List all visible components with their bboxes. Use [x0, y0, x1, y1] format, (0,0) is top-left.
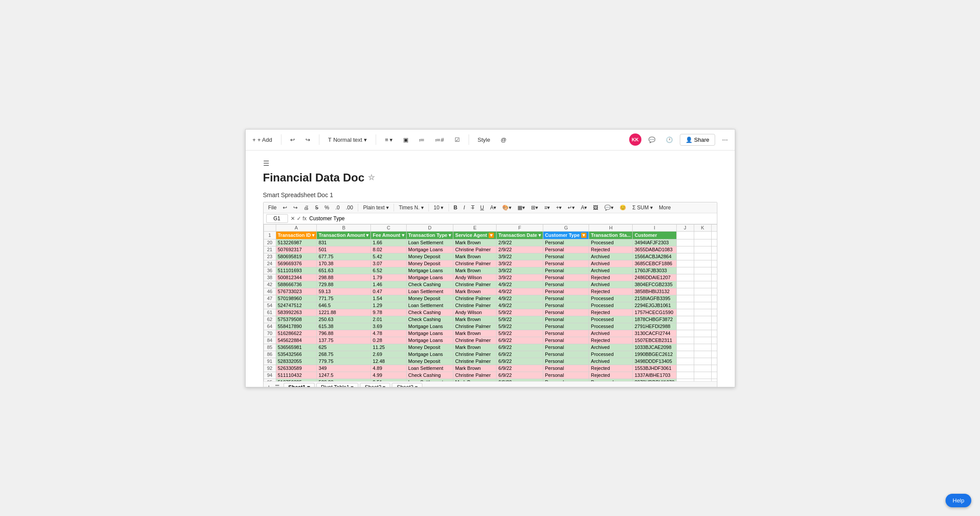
table-cell[interactable]: Processed — [589, 351, 633, 358]
table-cell[interactable]: Mark Brown — [453, 267, 497, 274]
table-cell[interactable]: 570198960 — [276, 295, 317, 302]
table-cell[interactable]: 501 — [317, 246, 371, 253]
ss-sum-button[interactable]: Σ SUM ▾ — [630, 204, 655, 212]
checklist-button[interactable]: ☑ — [451, 135, 463, 145]
table-cell[interactable]: 651.63 — [317, 267, 371, 274]
table-cell[interactable]: 3073HDDBHI1072 — [633, 379, 676, 381]
table-cell[interactable]: 1.29 — [371, 302, 406, 309]
star-icon[interactable]: ☆ — [368, 173, 375, 182]
col-header-k[interactable]: K — [694, 224, 711, 231]
table-cell[interactable]: 5.42 — [371, 253, 406, 260]
ss-undo-button[interactable]: ↩ — [281, 204, 289, 212]
col-header-a[interactable]: A — [276, 224, 317, 231]
table-cell[interactable]: Personal — [543, 267, 589, 274]
table-cell[interactable]: 9.78 — [371, 309, 406, 316]
table-cell[interactable]: 528.38 — [317, 379, 371, 381]
table-cell[interactable]: Personal — [543, 316, 589, 323]
formula-fx-icon[interactable]: fx — [303, 215, 307, 222]
ss-strikethrough-button[interactable]: S̶ — [313, 204, 321, 212]
ss-print-button[interactable]: 🖨 — [302, 204, 311, 212]
grid-container[interactable]: A B C D E F G H I J K L M — [264, 224, 717, 381]
table-cell[interactable]: 558417890 — [276, 323, 317, 330]
table-cell[interactable]: 2/9/22 — [497, 246, 543, 253]
ss-valign-button[interactable]: +▾ — [554, 204, 564, 212]
table-cell[interactable]: Check Cashing — [406, 309, 453, 316]
table-cell[interactable]: 137.75 — [317, 337, 371, 344]
table-cell[interactable]: Personal — [543, 337, 589, 344]
table-cell[interactable]: 2.01 — [371, 316, 406, 323]
table-cell[interactable]: 250.63 — [317, 316, 371, 323]
cell-ref-input[interactable] — [266, 214, 288, 223]
sheet-tab-sheet3[interactable]: Sheet3 ▾ — [392, 383, 422, 387]
table-cell[interactable]: 3/9/22 — [497, 274, 543, 281]
table-cell[interactable]: Personal — [543, 253, 589, 260]
sheet-tab-pivot[interactable]: Pivot Table1 ▾ — [316, 383, 359, 387]
table-cell[interactable]: Mortgage Loans — [406, 337, 453, 344]
table-cell[interactable]: Archived — [589, 281, 633, 288]
table-cell[interactable]: 349 — [317, 365, 371, 372]
table-cell[interactable]: Processed — [589, 316, 633, 323]
ss-comment-button[interactable]: 💬▾ — [602, 204, 616, 212]
add-sheet-button[interactable]: + — [267, 383, 271, 387]
table-cell[interactable]: 545622884 — [276, 337, 317, 344]
table-cell[interactable]: Mortgage Loans — [406, 267, 453, 274]
style-button[interactable]: Style — [474, 135, 494, 145]
table-cell[interactable]: 1990BBGEC2612 — [633, 351, 676, 358]
table-cell[interactable]: 516286622 — [276, 330, 317, 337]
table-cell[interactable]: 6.52 — [371, 267, 406, 274]
table-cell[interactable]: Mortgage Loans — [406, 274, 453, 281]
table-cell[interactable]: Money Deposit — [406, 344, 453, 351]
table-cell[interactable]: 8.02 — [371, 246, 406, 253]
table-cell[interactable]: Check Cashing — [406, 281, 453, 288]
sheet-tab-sheet1[interactable]: Sheet1 ▾ — [284, 383, 315, 387]
table-cell[interactable]: Processed — [589, 302, 633, 309]
table-cell[interactable]: Personal — [543, 379, 589, 381]
col-header-c[interactable]: C — [371, 224, 406, 231]
table-cell[interactable]: 1337AIBHE1703 — [633, 372, 676, 379]
table-cell[interactable]: Andy Wilson — [453, 274, 497, 281]
table-cell[interactable]: Processed — [589, 295, 633, 302]
help-button[interactable]: Help — [946, 494, 971, 507]
table-cell[interactable]: Check Cashing — [406, 316, 453, 323]
table-cell[interactable]: Mark Brown — [453, 379, 497, 381]
table-cell[interactable]: 3.07 — [371, 260, 406, 267]
table-cell[interactable]: Rejected — [589, 274, 633, 281]
table-cell[interactable]: Archived — [589, 344, 633, 351]
table-cell[interactable]: 779.75 — [317, 358, 371, 365]
table-cell[interactable]: 12.48 — [371, 358, 406, 365]
ss-underline-button[interactable]: U — [478, 204, 487, 212]
table-cell[interactable]: 3/9/22 — [497, 253, 543, 260]
table-cell[interactable]: 1.46 — [371, 281, 406, 288]
table-cell[interactable]: 1878CHBGF3872 — [633, 316, 676, 323]
table-cell[interactable]: 1566ACBJA2864 — [633, 253, 676, 260]
table-cell[interactable]: 11.25 — [371, 344, 406, 351]
table-cell[interactable]: 524747512 — [276, 302, 317, 309]
table-cell[interactable]: 1.54 — [371, 295, 406, 302]
ss-borders-button[interactable]: ▦▾ — [515, 204, 527, 212]
ss-plaintext-button[interactable]: Plain text ▾ — [361, 204, 391, 212]
ss-merge-button[interactable]: ⊞▾ — [529, 204, 540, 212]
ss-more-button[interactable]: More — [657, 204, 673, 212]
table-cell[interactable]: Loan Settlement — [406, 288, 453, 295]
ss-fontsize-button[interactable]: 10 ▾ — [432, 204, 446, 212]
table-cell[interactable]: Rejected — [589, 309, 633, 316]
ss-percent-button[interactable]: % — [322, 204, 332, 212]
table-cell[interactable]: 6/9/22 — [497, 365, 543, 372]
table-cell[interactable]: 507692317 — [276, 246, 317, 253]
table-cell[interactable]: 1247.5 — [317, 372, 371, 379]
table-cell[interactable]: Andy Wilson — [453, 309, 497, 316]
table-cell[interactable]: 59.13 — [317, 288, 371, 295]
table-cell[interactable]: Mark Brown — [453, 330, 497, 337]
table-cell[interactable]: 588666736 — [276, 281, 317, 288]
ss-format-button[interactable]: .0 — [333, 204, 342, 212]
table-cell[interactable]: 1757HCECG1590 — [633, 309, 676, 316]
ss-bold-button[interactable]: B — [452, 204, 460, 212]
table-cell[interactable]: 513226987 — [276, 239, 317, 246]
table-cell[interactable]: 5/9/22 — [497, 309, 543, 316]
table-cell[interactable]: Christine Palmer — [453, 281, 497, 288]
table-cell[interactable]: 6/9/22 — [497, 344, 543, 351]
table-cell[interactable]: 729.88 — [317, 281, 371, 288]
table-cell[interactable]: Personal — [543, 281, 589, 288]
table-cell[interactable]: Christine Palmer — [453, 295, 497, 302]
col-header-l[interactable]: L — [711, 224, 716, 231]
